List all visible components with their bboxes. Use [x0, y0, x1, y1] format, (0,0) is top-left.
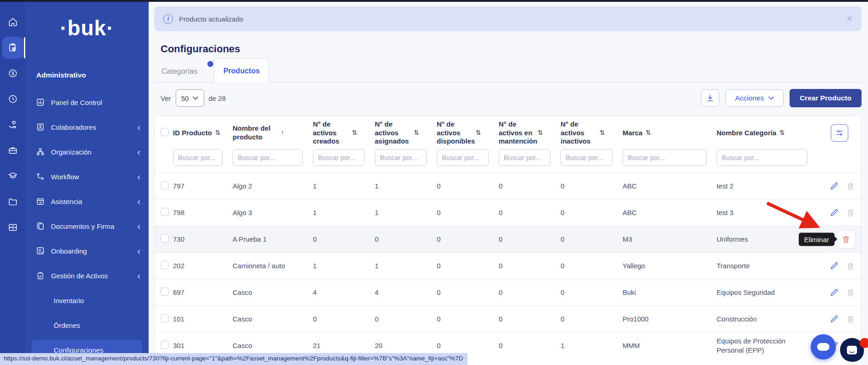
home-icon[interactable] — [0, 9, 25, 35]
column-header-activos-mantencion[interactable]: N° de activos en mantención⇅ — [499, 120, 561, 146]
sidebar-item-panel-de-control[interactable]: Panel de Control — [25, 90, 149, 115]
column-header-id-producto[interactable]: ID Producto⇅ — [173, 129, 233, 138]
sort-icon[interactable]: ⇅ — [215, 129, 221, 137]
cell-categoria: test 3 — [717, 208, 818, 217]
cell-mantencion: 0 — [499, 235, 561, 244]
trash-icon[interactable] — [846, 182, 855, 190]
column-header-activos-disponibles[interactable]: N° de activos disponibles⇅ — [437, 120, 499, 146]
row-checkbox[interactable] — [161, 208, 169, 216]
chevron-left-icon[interactable]: ‹ — [137, 246, 140, 255]
folder-icon[interactable] — [0, 189, 25, 215]
cell-disponibles: 0 — [437, 288, 499, 297]
sidebar-subitem-inventario[interactable]: Inventario — [25, 288, 149, 313]
sort-icon[interactable]: ⇅ — [414, 129, 419, 137]
download-button[interactable] — [701, 89, 719, 107]
sort-icon[interactable]: ⇅ — [538, 129, 543, 137]
page-size-select[interactable]: 50 — [176, 89, 204, 107]
filter-categoria-input[interactable] — [717, 149, 807, 166]
column-header-activos-asignados[interactable]: N° de activos asignados⇅ — [375, 120, 437, 146]
chevron-left-icon[interactable]: ‹ — [137, 271, 140, 280]
trash-icon[interactable] — [846, 288, 855, 297]
column-settings-button[interactable] — [831, 124, 848, 142]
delete-button[interactable] — [846, 182, 855, 190]
filter-id-input[interactable] — [173, 149, 223, 166]
column-header-activos-creados[interactable]: N° de activos creados⇅ — [313, 120, 375, 146]
tab-categorias[interactable]: Categorías — [161, 67, 197, 76]
edit-icon[interactable] — [830, 315, 838, 323]
clipboard-clock-icon[interactable] — [0, 35, 25, 61]
chevron-left-icon[interactable]: ‹ — [137, 147, 140, 156]
sidebar-subitem-ordenes[interactable]: Órdenes — [25, 313, 149, 337]
row-checkbox[interactable] — [161, 314, 169, 322]
sort-asc-icon[interactable]: ↑ — [281, 129, 284, 137]
trash-icon[interactable] — [846, 209, 855, 217]
sidebar-item-onboarding[interactable]: Onboarding ‹ — [25, 238, 149, 263]
briefcase-icon[interactable] — [0, 138, 25, 163]
sort-icon[interactable]: ⇅ — [645, 129, 651, 137]
filter-nombre-input[interactable] — [233, 149, 303, 166]
delete-button[interactable] — [846, 315, 855, 323]
filter-marca-input[interactable] — [623, 149, 707, 166]
hand-heart-icon[interactable] — [0, 112, 25, 138]
column-header-marca[interactable]: Marca⇅ — [623, 129, 717, 138]
delete-button[interactable] — [846, 209, 855, 217]
chevron-left-icon[interactable]: ‹ — [137, 221, 140, 231]
acciones-button[interactable]: Acciones — [725, 89, 784, 107]
cell-disponibles: 0 — [437, 261, 499, 271]
sidebar-item-organizacion[interactable]: Organización ‹ — [25, 139, 149, 164]
tab-productos[interactable]: Productos — [214, 59, 269, 83]
column-header-nombre-categoria[interactable]: Nombre Categoría⇅ — [717, 129, 818, 138]
chevron-left-icon[interactable]: ‹ — [137, 172, 140, 181]
graduation-cap-icon[interactable] — [0, 163, 25, 189]
filter-creados-input[interactable] — [313, 149, 365, 166]
edit-icon[interactable] — [830, 209, 838, 217]
column-header-nombre-producto[interactable]: Nombre del producto↑ — [233, 124, 313, 142]
table-row: 730 A Prueba 1 0 0 0 0 0 M3 Uniformes El… — [155, 226, 861, 252]
row-checkbox[interactable] — [161, 234, 169, 243]
delete-button[interactable] — [846, 262, 855, 270]
sidebar-item-gestion-de-activos[interactable]: Gestión de Activos ‹ — [25, 263, 149, 288]
chat-launcher-button[interactable] — [811, 334, 836, 359]
cell-id: 797 — [173, 182, 233, 191]
clock-icon[interactable] — [0, 86, 25, 112]
cell-marca: Buki — [623, 288, 717, 297]
edit-icon[interactable] — [830, 182, 838, 190]
trash-icon[interactable] — [846, 315, 855, 323]
row-checkbox[interactable] — [161, 181, 169, 189]
sort-icon[interactable]: ⇅ — [352, 129, 357, 137]
row-checkbox[interactable] — [161, 288, 169, 296]
cabinet-icon[interactable] — [0, 215, 25, 240]
crear-producto-button[interactable]: Crear Producto — [790, 89, 862, 107]
sort-icon[interactable]: ⇅ — [476, 129, 481, 137]
pagination-controls: Ver 50 de 28 — [161, 89, 226, 107]
chevron-left-icon[interactable]: ‹ — [137, 122, 140, 132]
cell-inactivos: 0 — [561, 315, 623, 324]
filter-mantencion-input[interactable] — [499, 149, 551, 166]
total-label: de 28 — [209, 94, 226, 102]
edit-icon[interactable] — [830, 262, 838, 270]
select-all-checkbox[interactable] — [161, 128, 169, 136]
cell-disponibles: 0 — [437, 315, 499, 324]
filter-disponibles-input[interactable] — [437, 149, 489, 166]
cell-mantencion: 0 — [499, 208, 561, 217]
row-checkbox[interactable] — [161, 261, 169, 269]
filter-inactivos-input[interactable] — [561, 149, 612, 166]
filter-asignados-input[interactable] — [375, 149, 427, 166]
cell-disponibles: 0 — [437, 235, 499, 244]
sort-icon[interactable]: ⇅ — [779, 129, 785, 137]
row-checkbox[interactable] — [161, 341, 169, 349]
chevron-left-icon[interactable]: ‹ — [137, 197, 140, 206]
close-icon[interactable]: × — [846, 14, 852, 24]
delete-button[interactable] — [846, 288, 855, 297]
trash-icon[interactable] — [846, 262, 855, 270]
sidebar-item-documentos-y-firma[interactable]: Documentos y Firma ‹ — [25, 214, 149, 238]
dollar-icon[interactable]: $ — [0, 61, 25, 86]
sidebar-item-workflow[interactable]: Workflow ‹ — [25, 164, 149, 189]
sidebar-item-colaboradores[interactable]: Colaboradores ‹ — [25, 115, 149, 139]
column-header-activos-inactivos[interactable]: N° de activos inactivos⇅ — [561, 120, 623, 146]
trash-icon[interactable] — [842, 235, 850, 243]
info-icon: i — [163, 14, 173, 24]
sidebar-item-asistencia[interactable]: Asistencia ‹ — [25, 189, 149, 214]
edit-icon[interactable] — [830, 288, 838, 297]
sort-icon[interactable]: ⇅ — [600, 129, 605, 137]
